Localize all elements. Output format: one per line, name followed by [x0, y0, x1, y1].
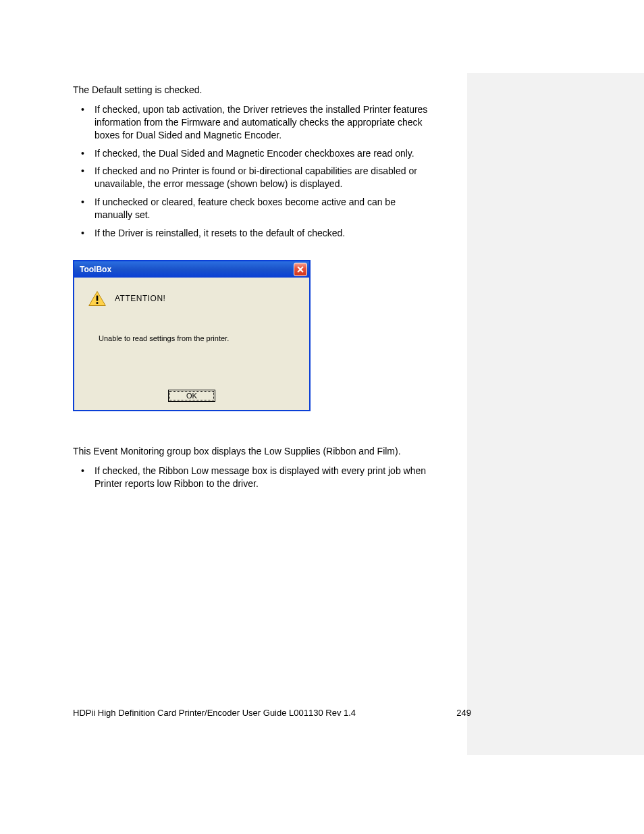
close-button[interactable] — [294, 263, 307, 276]
bullet-list-2: If checked, the Ribbon Low message box i… — [73, 465, 432, 490]
svg-rect-0 — [97, 296, 99, 301]
page-footer: HDPii High Definition Card Printer/Encod… — [73, 708, 471, 718]
close-icon — [296, 265, 304, 273]
right-margin-strip — [467, 73, 644, 755]
dialog-title: ToolBox — [80, 265, 111, 274]
intro-paragraph: The Default setting is checked. — [73, 84, 432, 97]
list-item: If checked, the Dual Sided and Magnetic … — [81, 147, 432, 160]
dialog-body: ATTENTION! Unable to read settings from … — [74, 278, 309, 410]
section-2: This Event Monitoring group box displays… — [73, 445, 432, 490]
dialog-titlebar: ToolBox — [74, 261, 309, 278]
list-item: If checked, upon tab activation, the Dri… — [81, 103, 432, 142]
section2-intro: This Event Monitoring group box displays… — [73, 445, 432, 458]
list-item: If checked and no Printer is found or bi… — [81, 165, 432, 190]
attention-label: ATTENTION! — [115, 294, 165, 303]
footer-left-text: HDPii High Definition Card Printer/Encod… — [73, 708, 356, 718]
attention-row: ATTENTION! — [88, 290, 297, 307]
dialog-message: Unable to read settings from the printer… — [99, 334, 297, 342]
dialog-screenshot: ToolBox ATTENTION! Unable to read se — [73, 260, 432, 411]
page-number: 249 — [456, 708, 471, 718]
svg-rect-1 — [97, 302, 99, 304]
warning-icon — [88, 290, 107, 307]
list-item: If the Driver is reinstalled, it resets … — [81, 227, 432, 240]
list-item: If unchecked or cleared, feature check b… — [81, 196, 432, 221]
page-content: The Default setting is checked. If check… — [0, 0, 473, 544]
bullet-list-1: If checked, upon tab activation, the Dri… — [73, 103, 432, 240]
toolbox-dialog: ToolBox ATTENTION! Unable to read se — [73, 260, 311, 411]
list-item: If checked, the Ribbon Low message box i… — [81, 465, 432, 490]
ok-row: OK — [86, 390, 297, 402]
ok-button[interactable]: OK — [168, 390, 215, 402]
